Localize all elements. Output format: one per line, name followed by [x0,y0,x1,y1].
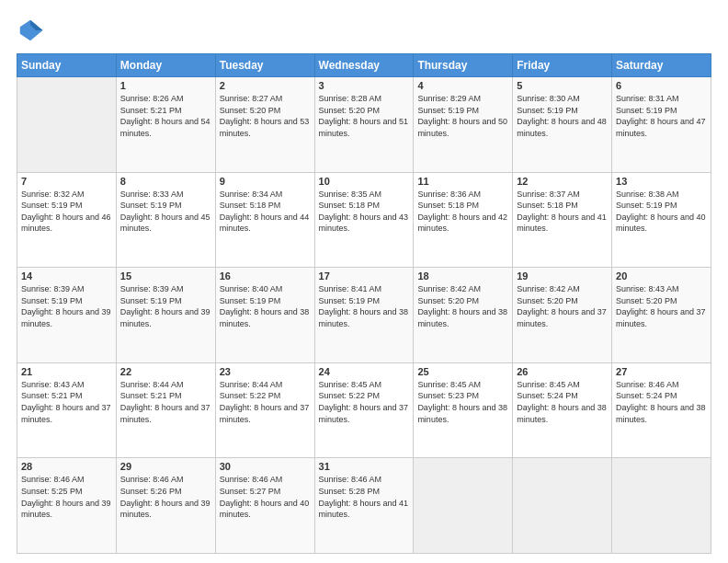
week-row-2: 7Sunrise: 8:32 AMSunset: 5:19 PMDaylight… [17,172,711,268]
logo-icon [17,17,44,44]
calendar-cell: 20Sunrise: 8:43 AMSunset: 5:20 PMDayligh… [612,268,711,363]
calendar-cell: 12Sunrise: 8:37 AMSunset: 5:18 PMDayligh… [513,172,612,268]
day-number: 2 [220,80,311,91]
week-row-4: 21Sunrise: 8:43 AMSunset: 5:21 PMDayligh… [17,362,711,458]
day-number: 10 [319,176,410,187]
week-row-1: 1Sunrise: 8:26 AMSunset: 5:21 PMDaylight… [17,77,711,173]
day-info: Sunrise: 8:38 AMSunset: 5:19 PMDaylight:… [616,189,707,235]
calendar-cell: 29Sunrise: 8:46 AMSunset: 5:26 PMDayligh… [116,458,215,554]
day-number: 25 [417,366,508,377]
day-info: Sunrise: 8:29 AMSunset: 5:19 PMDaylight:… [417,93,508,139]
header-day-sunday: Sunday [17,54,117,77]
day-info: Sunrise: 8:42 AMSunset: 5:20 PMDaylight:… [417,283,508,329]
day-number: 27 [616,366,707,377]
day-number: 26 [517,366,608,377]
day-number: 4 [417,80,508,91]
calendar-cell: 22Sunrise: 8:44 AMSunset: 5:21 PMDayligh… [116,362,215,458]
day-number: 21 [21,366,112,377]
day-number: 29 [120,461,211,472]
day-info: Sunrise: 8:36 AMSunset: 5:18 PMDaylight:… [417,189,508,235]
day-number: 20 [616,270,707,282]
calendar-cell: 25Sunrise: 8:45 AMSunset: 5:23 PMDayligh… [414,362,513,458]
calendar-cell: 14Sunrise: 8:39 AMSunset: 5:19 PMDayligh… [17,268,117,363]
day-info: Sunrise: 8:45 AMSunset: 5:23 PMDaylight:… [417,379,508,425]
calendar-cell: 24Sunrise: 8:45 AMSunset: 5:22 PMDayligh… [314,362,414,458]
calendar-cell: 27Sunrise: 8:46 AMSunset: 5:24 PMDayligh… [612,362,711,458]
day-info: Sunrise: 8:45 AMSunset: 5:22 PMDaylight:… [319,379,410,425]
day-number: 1 [120,80,211,91]
calendar-cell: 1Sunrise: 8:26 AMSunset: 5:21 PMDaylight… [116,77,215,173]
calendar-cell: 21Sunrise: 8:43 AMSunset: 5:21 PMDayligh… [17,362,117,458]
calendar-cell: 5Sunrise: 8:30 AMSunset: 5:19 PMDaylight… [513,77,612,173]
day-number: 14 [21,270,112,282]
day-info: Sunrise: 8:46 AMSunset: 5:24 PMDaylight:… [616,379,707,425]
header-day-monday: Monday [116,54,215,77]
day-info: Sunrise: 8:26 AMSunset: 5:21 PMDaylight:… [120,93,211,139]
page: SundayMondayTuesdayWednesdayThursdayFrid… [0,0,728,563]
day-number: 16 [220,270,311,282]
day-info: Sunrise: 8:43 AMSunset: 5:21 PMDaylight:… [21,379,112,425]
day-number: 22 [120,366,211,377]
calendar-cell: 2Sunrise: 8:27 AMSunset: 5:20 PMDaylight… [215,77,314,173]
day-info: Sunrise: 8:28 AMSunset: 5:20 PMDaylight:… [319,93,410,139]
calendar-cell: 10Sunrise: 8:35 AMSunset: 5:18 PMDayligh… [314,172,414,268]
day-number: 7 [21,176,112,187]
day-info: Sunrise: 8:46 AMSunset: 5:25 PMDaylight:… [21,474,112,520]
day-info: Sunrise: 8:46 AMSunset: 5:27 PMDaylight:… [220,474,311,520]
day-info: Sunrise: 8:40 AMSunset: 5:19 PMDaylight:… [220,283,311,329]
calendar-table: SundayMondayTuesdayWednesdayThursdayFrid… [17,53,711,554]
calendar-cell: 30Sunrise: 8:46 AMSunset: 5:27 PMDayligh… [215,458,314,554]
day-info: Sunrise: 8:31 AMSunset: 5:19 PMDaylight:… [616,93,707,139]
day-info: Sunrise: 8:33 AMSunset: 5:19 PMDaylight:… [120,189,211,235]
day-number: 18 [417,270,508,282]
header-row: SundayMondayTuesdayWednesdayThursdayFrid… [17,54,711,77]
day-info: Sunrise: 8:35 AMSunset: 5:18 PMDaylight:… [319,189,410,235]
header-day-tuesday: Tuesday [215,54,314,77]
day-number: 5 [517,80,608,91]
calendar-cell: 13Sunrise: 8:38 AMSunset: 5:19 PMDayligh… [612,172,711,268]
day-number: 11 [417,176,508,187]
header [17,17,711,44]
calendar-cell: 17Sunrise: 8:41 AMSunset: 5:19 PMDayligh… [314,268,414,363]
week-row-5: 28Sunrise: 8:46 AMSunset: 5:25 PMDayligh… [17,458,711,554]
day-info: Sunrise: 8:42 AMSunset: 5:20 PMDaylight:… [517,283,608,329]
day-info: Sunrise: 8:41 AMSunset: 5:19 PMDaylight:… [319,283,410,329]
calendar-cell: 26Sunrise: 8:45 AMSunset: 5:24 PMDayligh… [513,362,612,458]
day-info: Sunrise: 8:39 AMSunset: 5:19 PMDaylight:… [120,283,211,329]
day-info: Sunrise: 8:46 AMSunset: 5:28 PMDaylight:… [319,474,410,520]
calendar-cell: 28Sunrise: 8:46 AMSunset: 5:25 PMDayligh… [17,458,117,554]
day-info: Sunrise: 8:27 AMSunset: 5:20 PMDaylight:… [220,93,311,139]
calendar-cell: 9Sunrise: 8:34 AMSunset: 5:18 PMDaylight… [215,172,314,268]
calendar-cell: 6Sunrise: 8:31 AMSunset: 5:19 PMDaylight… [612,77,711,173]
day-info: Sunrise: 8:43 AMSunset: 5:20 PMDaylight:… [616,283,707,329]
calendar-cell: 23Sunrise: 8:44 AMSunset: 5:22 PMDayligh… [215,362,314,458]
day-number: 19 [517,270,608,282]
day-info: Sunrise: 8:46 AMSunset: 5:26 PMDaylight:… [120,474,211,520]
calendar-cell: 16Sunrise: 8:40 AMSunset: 5:19 PMDayligh… [215,268,314,363]
calendar-cell: 19Sunrise: 8:42 AMSunset: 5:20 PMDayligh… [513,268,612,363]
day-info: Sunrise: 8:39 AMSunset: 5:19 PMDaylight:… [21,283,112,329]
calendar-cell: 7Sunrise: 8:32 AMSunset: 5:19 PMDaylight… [17,172,117,268]
day-number: 17 [319,270,410,282]
day-number: 28 [21,461,112,472]
calendar-cell: 15Sunrise: 8:39 AMSunset: 5:19 PMDayligh… [116,268,215,363]
day-number: 3 [319,80,410,91]
header-day-friday: Friday [513,54,612,77]
day-number: 8 [120,176,211,187]
calendar-cell: 3Sunrise: 8:28 AMSunset: 5:20 PMDaylight… [314,77,414,173]
day-number: 6 [616,80,707,91]
day-number: 24 [319,366,410,377]
day-info: Sunrise: 8:32 AMSunset: 5:19 PMDaylight:… [21,189,112,235]
day-info: Sunrise: 8:44 AMSunset: 5:22 PMDaylight:… [220,379,311,425]
calendar-cell [414,458,513,554]
day-info: Sunrise: 8:30 AMSunset: 5:19 PMDaylight:… [517,93,608,139]
calendar-cell: 11Sunrise: 8:36 AMSunset: 5:18 PMDayligh… [414,172,513,268]
day-info: Sunrise: 8:37 AMSunset: 5:18 PMDaylight:… [517,189,608,235]
calendar-cell: 31Sunrise: 8:46 AMSunset: 5:28 PMDayligh… [314,458,414,554]
calendar-cell: 18Sunrise: 8:42 AMSunset: 5:20 PMDayligh… [414,268,513,363]
calendar-cell [612,458,711,554]
calendar-cell: 4Sunrise: 8:29 AMSunset: 5:19 PMDaylight… [414,77,513,173]
day-number: 31 [319,461,410,472]
header-day-thursday: Thursday [414,54,513,77]
day-number: 9 [220,176,311,187]
